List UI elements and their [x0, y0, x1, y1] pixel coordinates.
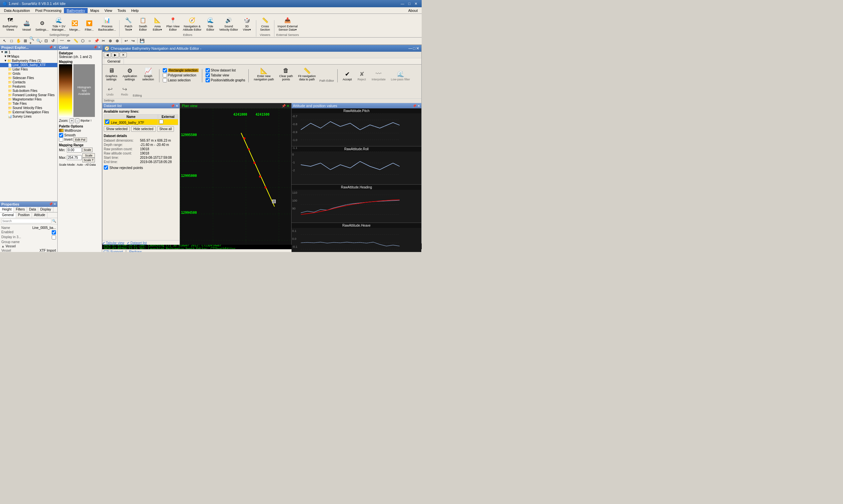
graph-selection-button[interactable]: 📈 Graphselection: [141, 66, 156, 82]
tree-survey-lines[interactable]: 📊 Survey Lines: [0, 114, 57, 119]
bathymetry-views-button[interactable]: 🗺 BathymetryViews: [1, 15, 19, 33]
zoom-in-tool[interactable]: 🔍+: [29, 38, 36, 44]
reject-button[interactable]: ✘ Reject: [356, 69, 368, 82]
attitude-close[interactable]: ✕: [417, 104, 420, 108]
menu-about[interactable]: About: [406, 8, 420, 13]
tree-forward-looking[interactable]: 📁 Forward Looking Sonar Files: [0, 93, 57, 97]
external-checkbox[interactable]: [159, 120, 163, 124]
fit-nav-button[interactable]: 📏 Fit navigationdata to path: [297, 66, 318, 82]
show-rejected-checkbox[interactable]: [104, 165, 108, 170]
nav-dialog-max[interactable]: □: [413, 46, 415, 51]
tide-sv-button[interactable]: 🌊 Tide + SVManager...: [51, 15, 68, 33]
lasso-selection-checkbox[interactable]: [163, 78, 167, 82]
rectangle-selection-checkbox[interactable]: [163, 68, 167, 72]
tabular-view-link[interactable]: ✔ Tabular view: [103, 241, 124, 245]
maximize-button[interactable]: □: [407, 1, 412, 6]
edit-tool[interactable]: ✂: [100, 38, 107, 44]
sound-velocity-editor-button[interactable]: 🔊 SoundVelocity Editor: [218, 15, 239, 33]
tab-filters[interactable]: Filters: [14, 207, 27, 212]
swath-editor-button[interactable]: 📋 SwathEditor: [136, 15, 150, 33]
tree-sub-bottom[interactable]: 📁 Sub-bottom Files: [0, 89, 57, 93]
fit-all-tool[interactable]: ⊡: [43, 38, 49, 44]
enter-new-nav-button[interactable]: 📐 Enter newnavigation path: [252, 66, 275, 82]
select-tool[interactable]: □: [8, 38, 15, 44]
max-input[interactable]: [67, 155, 82, 160]
dataset-list-link[interactable]: ✔ Dataset list: [127, 241, 147, 245]
tree-contacts[interactable]: 📁 Contacts: [0, 80, 57, 84]
circle-tool[interactable]: ○: [86, 38, 93, 44]
interpolate-button[interactable]: 〰 Interpolate: [370, 69, 388, 82]
point-tool[interactable]: ⊕: [107, 38, 114, 44]
properties-pin[interactable]: 📌: [49, 202, 53, 206]
subtab-attitude[interactable]: Attitude: [32, 213, 48, 218]
application-settings-button[interactable]: ⚙ Applicationsettings: [121, 66, 139, 82]
tree-magnetometer[interactable]: 📁 Magnetometer Files: [0, 97, 57, 102]
vessel-button[interactable]: 🚢 Vessel: [20, 18, 34, 33]
tree-sound-velocity[interactable]: 📁 Sound Velocity Files: [0, 106, 57, 110]
tabular-view-checkbox[interactable]: [205, 73, 210, 77]
cross-section-button[interactable]: 📏 CrossSection: [258, 15, 272, 33]
tree-tide-files[interactable]: 📁 Tide Files: [0, 102, 57, 106]
area-editor-button[interactable]: 📐 AreaEditor▾: [150, 15, 164, 33]
settings-button[interactable]: ⚙ Settings...: [34, 18, 50, 33]
3d-view-button[interactable]: 🎲 3DView▾: [240, 15, 254, 33]
menu-data-acquisition[interactable]: Data Acquisition: [1, 8, 33, 13]
undo-tool[interactable]: ↩: [123, 38, 129, 44]
tree-sidescan[interactable]: 📁 Sidescan Files: [0, 76, 57, 80]
plan-view-close[interactable]: ✕: [287, 104, 289, 108]
scale-t-button[interactable]: Scale T: [82, 158, 95, 162]
zoom-out-tool[interactable]: 🔍-: [36, 38, 42, 44]
mark-tool[interactable]: 📌: [93, 38, 100, 44]
process-backscatter-button[interactable]: 📊 ProcessBackscatter...: [97, 15, 117, 33]
project-tree[interactable]: ▼ 💻 1 ▼ 🗺 Maps ▼ 📁 Bathymetry Files (1) …: [0, 50, 57, 201]
select-rect-tool[interactable]: ⊞: [22, 38, 29, 44]
project-explorer-close[interactable]: ✕: [53, 46, 56, 49]
undo-button[interactable]: ↩ Undo: [104, 84, 116, 97]
tree-bathymetry-files[interactable]: ▼ 📁 Bathymetry Files (1): [0, 59, 57, 63]
dataset-row[interactable]: Line_0005_bathy_XTF: [104, 119, 178, 125]
project-explorer-pin[interactable]: 📌: [49, 46, 53, 49]
color-close[interactable]: ✕: [98, 46, 101, 49]
menu-bathymetry[interactable]: Bathymetry: [64, 8, 88, 13]
cursor-tool[interactable]: ↖: [1, 38, 8, 44]
subtab-position[interactable]: Position: [16, 213, 32, 218]
smooth-checkbox[interactable]: [59, 133, 63, 137]
wave-tool[interactable]: 〰: [59, 38, 65, 44]
tab-display[interactable]: Display: [38, 207, 53, 212]
nav-close-button[interactable]: ✕: [120, 52, 127, 57]
save-tool[interactable]: 💾: [139, 38, 145, 44]
dataset-list-pin[interactable]: 📌: [171, 104, 175, 108]
polygonal-selection-checkbox[interactable]: [163, 73, 167, 77]
show-all-button[interactable]: Show all: [157, 126, 174, 132]
dataset-checkbox[interactable]: [105, 120, 109, 124]
accept-button[interactable]: ✔ Accept: [341, 69, 354, 82]
plan-view-canvas[interactable]: 4241000 4241500 12995500 12995000 129945…: [180, 108, 291, 245]
enabled-checkbox[interactable]: [52, 230, 56, 235]
tide-editor-button[interactable]: 🌊 TideEditor: [203, 15, 217, 33]
properties-close[interactable]: ✕: [53, 202, 56, 206]
tree-maps[interactable]: ▼ 🗺 Maps: [0, 54, 57, 59]
min-scale-button[interactable]: Scale: [82, 148, 93, 152]
properties-search[interactable]: [1, 219, 51, 223]
hide-selected-button[interactable]: Hide selected: [131, 126, 156, 132]
tab-data[interactable]: Data: [27, 207, 38, 212]
filter-button[interactable]: 🔽 Filter...: [82, 18, 96, 33]
clear-path-button[interactable]: 🗑 Clear pathpoints: [277, 66, 294, 82]
import-external-sensor-button[interactable]: 📥 Import ExternalSensor Data▾: [276, 15, 299, 33]
tab-height[interactable]: Height: [0, 207, 14, 212]
redraw-link[interactable]: Redraw: [129, 250, 142, 252]
edit-palette-button[interactable]: Edit Pal: [73, 137, 87, 142]
min-input[interactable]: [67, 148, 82, 152]
redo-button[interactable]: ↪ Redo: [118, 84, 131, 97]
navigation-attitude-editor-button[interactable]: 🧭 Navigation &Attitude Editor: [181, 15, 203, 33]
color-pin[interactable]: 📌: [93, 46, 97, 49]
merge-button[interactable]: 🔀 Merge...: [68, 18, 82, 33]
polygon-tool[interactable]: ⬡: [79, 38, 86, 44]
redo-tool[interactable]: ↪: [130, 38, 137, 44]
plan-view-pin[interactable]: 📌: [282, 104, 286, 108]
minimize-button[interactable]: —: [399, 1, 406, 6]
nav-dialog-min[interactable]: —: [409, 46, 412, 51]
tree-features[interactable]: 📁 Features: [0, 84, 57, 89]
rotate-tool[interactable]: ↺: [50, 38, 56, 44]
subtab-general[interactable]: General: [0, 213, 16, 218]
